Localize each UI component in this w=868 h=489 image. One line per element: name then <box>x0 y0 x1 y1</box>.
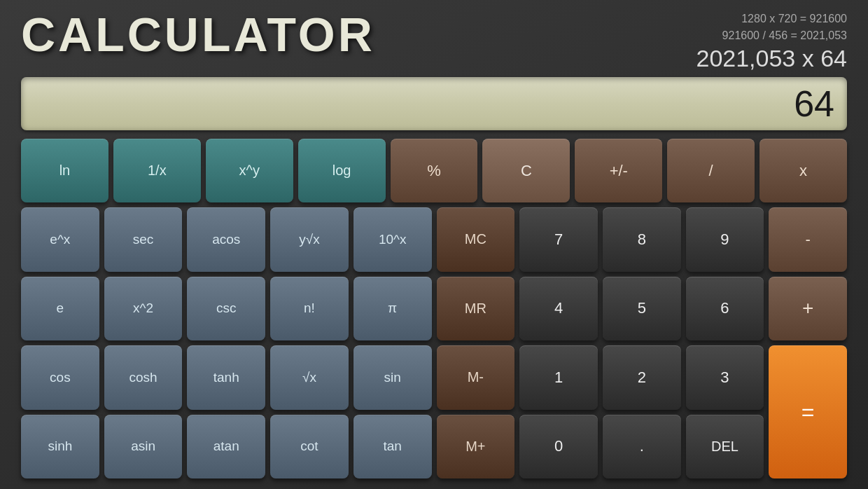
btn-asin[interactable]: asin <box>104 415 183 478</box>
button-row-2: e^x sec acos y√x 10^x MC 7 8 9 - <box>21 207 847 271</box>
btn-tenpowx[interactable]: 10^x <box>354 207 432 271</box>
btn-sqrt[interactable]: √x <box>270 345 349 409</box>
btn-del[interactable]: DEL <box>686 415 764 478</box>
btn-2[interactable]: 2 <box>603 345 681 409</box>
equals-wrapper: = <box>769 345 847 409</box>
btn-7[interactable]: 7 <box>519 207 598 271</box>
btn-inv[interactable]: 1/x <box>113 139 201 202</box>
button-grid: ln 1/x x^y log % C +/- / x e^x sec acos … <box>21 139 847 478</box>
btn-equals[interactable]: = <box>769 345 847 478</box>
button-row-5: sinh asin atan cot tan M+ 0 . DEL <box>21 415 847 478</box>
btn-multiply[interactable]: x <box>760 139 847 202</box>
btn-cos[interactable]: cos <box>21 345 99 409</box>
btn-mminus[interactable]: M- <box>437 345 515 409</box>
btn-epowx[interactable]: e^x <box>21 207 99 271</box>
button-row-3: e x^2 csc n! π MR 4 5 6 + <box>21 277 847 340</box>
btn-atan[interactable]: atan <box>187 415 265 478</box>
btn-minus[interactable]: - <box>769 207 847 271</box>
btn-tan[interactable]: tan <box>354 415 432 478</box>
btn-cosh[interactable]: cosh <box>104 345 183 409</box>
btn-factorial[interactable]: n! <box>270 277 349 340</box>
btn-sec[interactable]: sec <box>104 207 183 271</box>
btn-mr[interactable]: MR <box>437 277 515 340</box>
btn-plusminus[interactable]: +/- <box>575 139 662 202</box>
btn-csc[interactable]: csc <box>187 277 265 340</box>
btn-8[interactable]: 8 <box>603 207 681 271</box>
btn-sin[interactable]: sin <box>354 345 432 409</box>
btn-tanh[interactable]: tanh <box>187 345 265 409</box>
btn-pi[interactable]: π <box>354 277 432 340</box>
history-line-1: 1280 x 720 = 921600 <box>696 11 847 27</box>
btn-plus[interactable]: + <box>769 277 847 340</box>
btn-clear[interactable]: C <box>482 139 570 202</box>
btn-divide[interactable]: / <box>667 139 755 202</box>
display: 64 <box>21 77 847 130</box>
history-line-3: 2021,053 x 64 <box>696 44 847 73</box>
btn-3[interactable]: 3 <box>686 345 764 409</box>
btn-sinh[interactable]: sinh <box>21 415 99 478</box>
history-line-2: 921600 / 456 = 2021,053 <box>696 27 847 44</box>
btn-mc[interactable]: MC <box>437 207 515 271</box>
btn-ln[interactable]: ln <box>21 139 108 202</box>
btn-mplus[interactable]: M+ <box>437 415 515 478</box>
btn-dot[interactable]: . <box>603 415 681 478</box>
btn-1[interactable]: 1 <box>519 345 598 409</box>
btn-percent[interactable]: % <box>391 139 478 202</box>
btn-xpowy[interactable]: x^y <box>206 139 293 202</box>
button-row-1: ln 1/x x^y log % C +/- / x <box>21 139 847 202</box>
btn-xpow2[interactable]: x^2 <box>104 277 183 340</box>
btn-0[interactable]: 0 <box>519 415 598 478</box>
header: CALCULATOR 1280 x 720 = 921600 921600 / … <box>21 7 847 73</box>
app-title: CALCULATOR <box>21 11 375 58</box>
calculator-app: CALCULATOR 1280 x 720 = 921600 921600 / … <box>0 0 868 489</box>
display-value: 64 <box>794 83 834 125</box>
button-row-4: cos cosh tanh √x sin M- 1 2 3 = <box>21 345 847 409</box>
history-panel: 1280 x 720 = 921600 921600 / 456 = 2021,… <box>696 7 847 73</box>
btn-log[interactable]: log <box>298 139 386 202</box>
btn-9[interactable]: 9 <box>686 207 764 271</box>
btn-4[interactable]: 4 <box>519 277 598 340</box>
btn-cot[interactable]: cot <box>270 415 349 478</box>
btn-euler[interactable]: e <box>21 277 99 340</box>
btn-5[interactable]: 5 <box>603 277 681 340</box>
btn-acos[interactable]: acos <box>187 207 265 271</box>
btn-ysqrtx[interactable]: y√x <box>270 207 349 271</box>
btn-6[interactable]: 6 <box>686 277 764 340</box>
